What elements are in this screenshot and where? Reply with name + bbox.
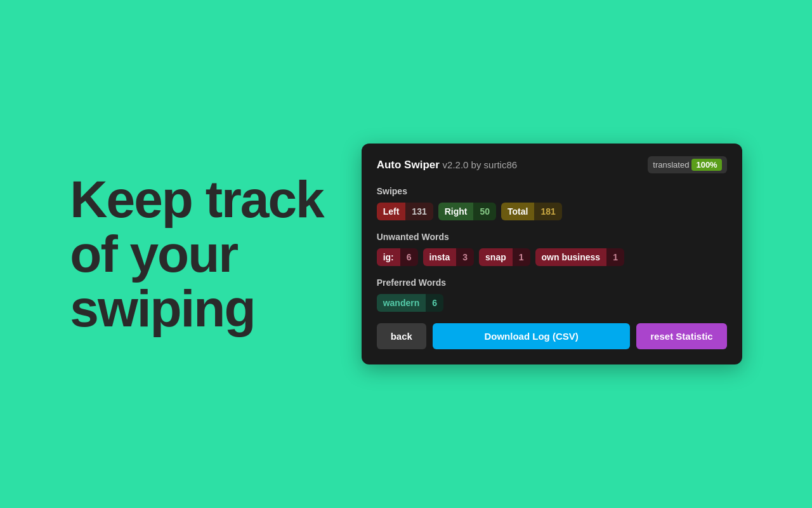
swipe-left-count: 131 xyxy=(405,203,433,220)
unwanted-label-own-business: own business xyxy=(535,248,607,266)
preferred-tags-row: wandern 6 xyxy=(377,294,727,312)
translation-badge: translated 100% xyxy=(648,156,726,173)
swipe-right-count: 50 xyxy=(473,203,496,220)
swipe-left-tag: Left 131 xyxy=(377,203,433,220)
unwanted-tag-own-business: own business 1 xyxy=(535,248,624,266)
widget-header: Auto Swiper v2.2.0 by surtic86 translate… xyxy=(377,156,727,173)
translated-label: translated xyxy=(653,160,689,170)
unwanted-count-insta: 3 xyxy=(456,248,474,266)
preferred-tag-wandern: wandern 6 xyxy=(377,294,443,312)
reset-statistic-button[interactable]: reset Statistic xyxy=(636,323,726,349)
widget-version: v2.2.0 by surtic86 xyxy=(443,159,518,170)
swipes-section: Swipes Left 131 Right 50 Total 181 xyxy=(377,186,727,220)
swipe-left-label: Left xyxy=(377,203,406,220)
preferred-words-section: Preferred Words wandern 6 xyxy=(377,277,727,312)
unwanted-words-section-title: Unwanted Words xyxy=(377,232,727,242)
unwanted-label-ig: ig: xyxy=(377,248,400,266)
unwanted-label-insta: insta xyxy=(423,248,457,266)
unwanted-tags-row: ig: 6 insta 3 snap 1 own business 1 xyxy=(377,248,727,266)
hero-text: Keep track of your swiping xyxy=(70,172,323,336)
unwanted-tag-insta: insta 3 xyxy=(423,248,474,266)
hero-line3: swiping xyxy=(70,279,254,337)
unwanted-words-section: Unwanted Words ig: 6 insta 3 snap 1 own … xyxy=(377,232,727,266)
swipe-total-tag: Total 181 xyxy=(501,203,562,220)
preferred-label-wandern: wandern xyxy=(377,294,426,312)
preferred-count-wandern: 6 xyxy=(426,294,443,312)
swipe-total-label: Total xyxy=(501,203,534,220)
swipes-section-title: Swipes xyxy=(377,186,727,196)
unwanted-tag-snap: snap 1 xyxy=(479,248,530,266)
widget-title: Auto Swiper v2.2.0 by surtic86 xyxy=(377,159,517,171)
preferred-words-section-title: Preferred Words xyxy=(377,277,727,288)
swipe-right-label: Right xyxy=(438,203,474,220)
unwanted-tag-ig: ig: 6 xyxy=(377,248,418,266)
hero-line1: Keep track xyxy=(70,170,323,228)
swipes-tags-row: Left 131 Right 50 Total 181 xyxy=(377,203,727,220)
widget-app-name: Auto Swiper xyxy=(377,159,440,171)
main-container: Keep track of your swiping Auto Swiper v… xyxy=(0,0,812,508)
buttons-row: back Download Log (CSV) reset Statistic xyxy=(377,323,727,349)
unwanted-label-snap: snap xyxy=(479,248,513,266)
unwanted-count-ig: 6 xyxy=(400,248,418,266)
unwanted-count-snap: 1 xyxy=(513,248,530,266)
widget-panel: Auto Swiper v2.2.0 by surtic86 translate… xyxy=(362,144,742,364)
translation-percent: 100% xyxy=(691,159,721,171)
swipe-total-count: 181 xyxy=(534,203,561,220)
hero-heading: Keep track of your swiping xyxy=(70,172,323,336)
unwanted-count-own-business: 1 xyxy=(606,248,624,266)
swipe-right-tag: Right 50 xyxy=(438,203,496,220)
back-button[interactable]: back xyxy=(377,323,426,349)
download-log-button[interactable]: Download Log (CSV) xyxy=(433,323,630,349)
hero-line2: of your xyxy=(70,225,237,283)
